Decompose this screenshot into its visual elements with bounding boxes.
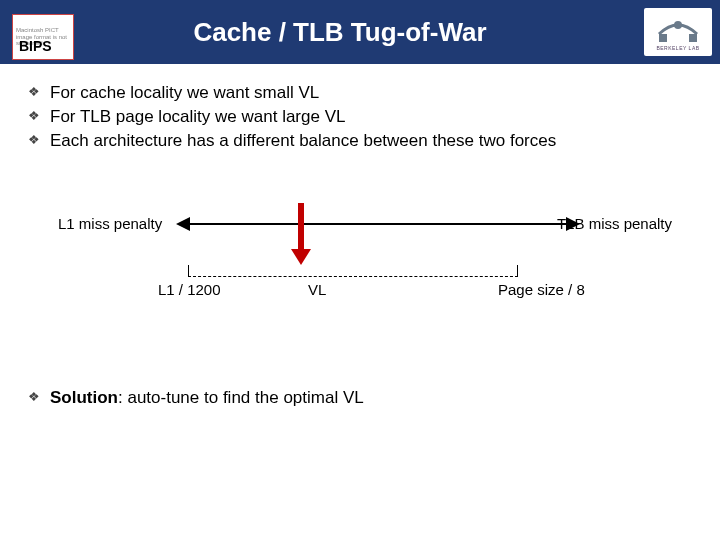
solution-section: Solution: auto-tune to find the optimal … — [0, 387, 720, 410]
tug-of-war-diagram: L1 miss penalty TLB miss penalty L1 / 12… — [28, 215, 692, 335]
lab-label: BERKELEY LAB — [656, 45, 699, 51]
content-area: For cache locality we want small VL For … — [0, 64, 720, 335]
down-arrow-icon — [298, 203, 304, 251]
axis-left-label: L1 / 1200 — [158, 281, 221, 298]
solution-prefix: Solution — [50, 388, 118, 407]
berkeley-lab-logo: BERKELEY LAB — [644, 8, 712, 56]
bips-badge: Macintosh PICT image format is not suppo… — [12, 14, 74, 60]
slide-title: Cache / TLB Tug-of-War — [193, 17, 526, 48]
bullet-item: For TLB page locality we want large VL — [28, 106, 692, 129]
horizontal-double-arrow-icon — [188, 223, 568, 225]
bips-label: BIPS — [19, 39, 52, 54]
svg-rect-0 — [659, 34, 667, 42]
axis-right-label: Page size / 8 — [498, 281, 585, 298]
solution-bullet: Solution: auto-tune to find the optimal … — [28, 387, 720, 410]
axis-mid-label: VL — [308, 281, 326, 298]
solution-text: : auto-tune to find the optimal VL — [118, 388, 364, 407]
svg-point-2 — [674, 21, 682, 29]
range-bracket-icon — [188, 265, 518, 277]
bullet-list: For cache locality we want small VL For … — [28, 82, 692, 153]
l1-miss-label: L1 miss penalty — [58, 215, 162, 232]
title-bar: Macintosh PICT image format is not suppo… — [0, 0, 720, 64]
bullet-item: Each architecture has a different balanc… — [28, 130, 692, 153]
bullet-item: For cache locality we want small VL — [28, 82, 692, 105]
svg-rect-1 — [689, 34, 697, 42]
